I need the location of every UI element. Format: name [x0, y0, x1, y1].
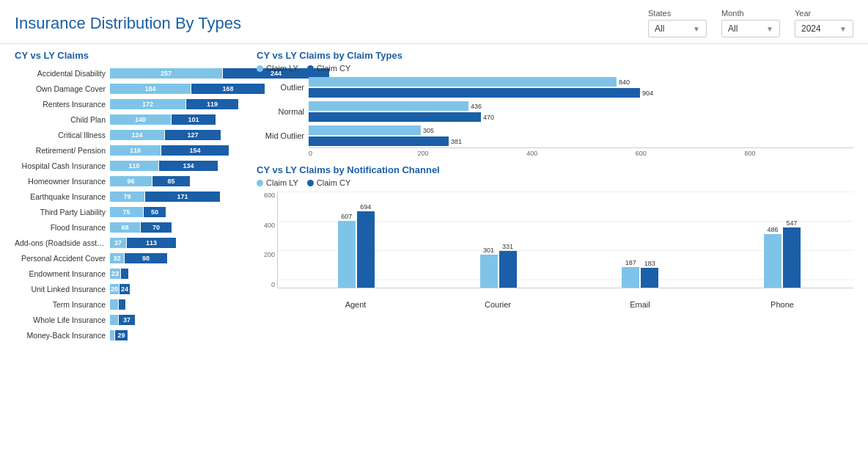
- legend-ly-label: Claim LY: [266, 64, 298, 73]
- v-chart-container: 6004002000 607 694 301 33: [257, 192, 853, 309]
- v-bar-cy-val: 183: [644, 260, 655, 267]
- month-value: All: [728, 23, 738, 34]
- bar-ly: 68: [110, 222, 140, 233]
- h-bar-ly: [309, 101, 468, 111]
- v-bar-cy: [783, 227, 801, 288]
- v-bar-ly-val: 187: [625, 259, 636, 266]
- v-bar-ly-val: 607: [341, 213, 352, 220]
- v-bar-cy-wrap: 331: [499, 243, 517, 288]
- left-bar-row: Child Plan 140 101: [15, 113, 242, 126]
- states-select[interactable]: All ▼: [648, 20, 707, 37]
- bar-ly: 172: [110, 99, 185, 109]
- v-bar-group: 187 183: [570, 259, 712, 288]
- bar-cy: 154: [161, 145, 229, 156]
- right-panel: CY vs LY Claims by Claim Types Claim LY …: [242, 50, 853, 439]
- h-bar-ly-row: 305: [309, 125, 462, 135]
- h-bar-ly-val: 305: [423, 127, 434, 134]
- v-bar-cy-val: 331: [502, 243, 513, 250]
- legend-bottom-cy-dot: [307, 180, 314, 186]
- left-panel: CY vs LY Claims Accidental Disability 25…: [15, 50, 242, 439]
- month-filter: Month All ▼: [721, 9, 780, 37]
- h-bars: 840 904: [309, 77, 653, 98]
- year-label: Year: [795, 9, 853, 18]
- h-bar-label: Normal: [257, 107, 304, 116]
- v-x-labels: AgentCourierEmailPhone: [277, 298, 853, 309]
- legend-bottom-ly: Claim LY: [257, 178, 298, 187]
- axis-label: 600: [636, 150, 745, 157]
- year-value: 2024: [801, 23, 821, 34]
- y-label: 200: [264, 251, 275, 258]
- bar-ly: [110, 330, 114, 340]
- h-bar-row: Outlier 840 904: [257, 77, 853, 98]
- bar-cy: 98: [125, 253, 167, 263]
- v-bar-cy-val: 547: [787, 219, 798, 227]
- bar-ly: [110, 299, 118, 310]
- bar-label: Term Insurance: [15, 300, 110, 309]
- v-bar-ly-wrap: 486: [764, 226, 781, 288]
- bar-cy: 119: [186, 99, 238, 109]
- bar-ly: 257: [110, 68, 222, 79]
- h-bar-cy: [309, 136, 449, 146]
- left-bar-row: Flood Insurance 68 70: [15, 221, 242, 234]
- v-bar-cy-wrap: 183: [641, 260, 658, 288]
- v-x-label: Phone: [711, 298, 853, 309]
- month-select[interactable]: All ▼: [721, 20, 780, 37]
- bar-ly: 116: [110, 145, 161, 156]
- v-bar-pair: 301 331: [480, 243, 517, 288]
- bar-label: Renters Insurance: [15, 100, 110, 109]
- v-y-axis: 6004002000: [257, 192, 277, 288]
- bar-cy: 37: [119, 315, 135, 325]
- left-bar-row: Personal Accident Cover 32 98: [15, 252, 242, 265]
- left-bar-row: Renters Insurance 172 119: [15, 98, 242, 111]
- legend-cy: Claim CY: [307, 64, 350, 73]
- axis-label: 200: [418, 150, 527, 157]
- h-bar-cy-val: 381: [451, 138, 462, 145]
- bar-ly: 124: [110, 130, 164, 140]
- h-bar-ly: [309, 125, 421, 135]
- v-bar-cy: [499, 251, 517, 288]
- left-bar-row: Term Insurance: [15, 298, 242, 311]
- v-bar-ly-wrap: 301: [480, 247, 498, 288]
- bar-label: Endowment Insurance: [15, 269, 110, 278]
- v-bar-ly-val: 486: [768, 226, 779, 233]
- legend-bottom-cy-label: Claim CY: [317, 178, 350, 187]
- h-bar-ly: [309, 77, 617, 87]
- h-bar-row: Mid Outlier 305 381: [257, 125, 853, 146]
- v-bar-group: 607 694: [285, 203, 427, 288]
- year-filter: Year 2024 ▼: [795, 9, 853, 37]
- axis-label: 0: [309, 150, 418, 157]
- v-bar-pair: 607 694: [338, 203, 375, 288]
- y-label: 0: [271, 281, 275, 288]
- h-bar-label: Mid Outlier: [257, 131, 304, 140]
- bar-group: 29: [110, 330, 128, 340]
- bar-label: Own Damage Cover: [15, 84, 110, 93]
- left-bar-row: Whole Life Insurance 37: [15, 313, 242, 327]
- axis-label: 800: [744, 150, 853, 157]
- left-bar-row: Own Damage Cover 184 168: [15, 82, 242, 95]
- bar-label: Money-Back Insurance: [15, 331, 110, 340]
- year-arrow-icon: ▼: [839, 25, 847, 33]
- states-label: States: [648, 9, 707, 18]
- right-top-section: CY vs LY Claims by Claim Types Claim LY …: [257, 50, 853, 157]
- left-bar-row: Critical Illness 124 127: [15, 128, 242, 142]
- axis-label: 400: [526, 150, 636, 157]
- bar-group: 124 127: [110, 130, 221, 140]
- bar-group: 172 119: [110, 99, 238, 109]
- header: Insurance Distribution By Types States A…: [0, 0, 868, 44]
- bar-label: Hospital Cash Insurance: [15, 161, 110, 170]
- bar-label: Critical Illness: [15, 131, 110, 139]
- month-arrow-icon: ▼: [766, 25, 773, 33]
- bar-ly: 96: [110, 176, 152, 186]
- bar-ly: [110, 315, 118, 325]
- right-top-title: CY vs LY Claims by Claim Types: [257, 50, 853, 61]
- h-bar-ly-val: 840: [619, 79, 630, 86]
- left-bar-row: Third Party Liability 75 50: [15, 205, 242, 219]
- bar-label: Third Party Liability: [15, 208, 110, 216]
- year-select[interactable]: 2024 ▼: [795, 20, 853, 37]
- left-bar-row: Money-Back Insurance 29: [15, 329, 242, 342]
- v-bar-ly: [480, 255, 498, 288]
- month-label: Month: [721, 9, 780, 18]
- left-bar-row: Earthquake Insurance 79 171: [15, 190, 242, 203]
- bar-cy: [119, 299, 125, 310]
- h-bar-cy-val: 904: [642, 90, 653, 97]
